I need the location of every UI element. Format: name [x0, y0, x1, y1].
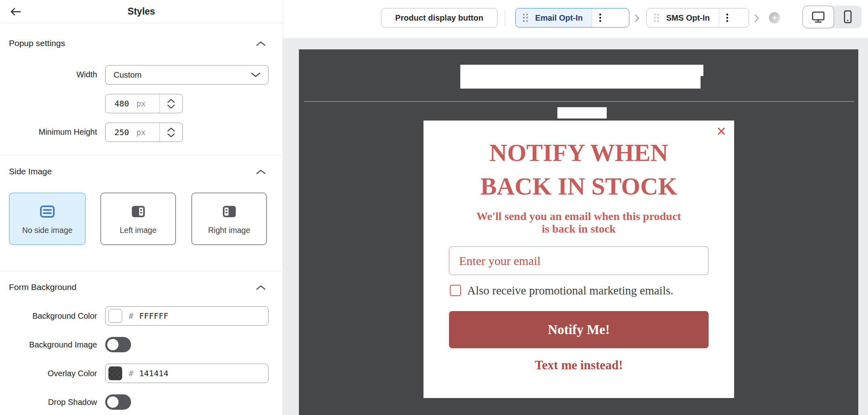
section-title-form-background: Form Background — [9, 282, 76, 292]
popup-heading: NOTIFY WHEN BACK IN STOCK — [423, 136, 734, 203]
block-toolbar: Product display button Email Opt-In — [283, 0, 868, 38]
mobile-preview-button[interactable] — [834, 6, 862, 28]
background-image-toggle[interactable] — [105, 337, 131, 352]
sms-opt-in-menu-button[interactable] — [719, 8, 736, 27]
device-preview-toggle — [802, 6, 862, 28]
notify-me-button[interactable]: Notify Me! — [449, 311, 709, 348]
hex-hash: # — [129, 311, 133, 321]
popup-heading-line1: NOTIFY WHEN — [423, 136, 734, 169]
divider-line — [304, 101, 854, 102]
app-root: Styles Popup settings Width Custom 480 p… — [0, 0, 868, 415]
chevron-down-icon — [250, 72, 261, 78]
content-placeholder-block — [460, 65, 703, 76]
back-button[interactable] — [8, 6, 23, 18]
min-height-px-value: 250 — [106, 123, 129, 142]
width-select-value: Custom — [114, 70, 250, 80]
email-opt-in-menu-button[interactable] — [592, 8, 609, 27]
background-color-input[interactable]: # FFFFFF — [105, 306, 269, 326]
notify-popup: × NOTIFY WHEN BACK IN STOCK We'll send y… — [423, 121, 734, 398]
toolbar-divider — [505, 10, 505, 26]
email-opt-in-block: Email Opt-In — [515, 8, 629, 28]
drag-handle-icon[interactable] — [653, 13, 660, 23]
desktop-icon — [811, 10, 826, 24]
email-input[interactable] — [449, 246, 709, 275]
section-title-popup-settings: Popup settings — [9, 38, 65, 48]
marketing-consent-row: Also receive promotional marketing email… — [450, 284, 673, 297]
add-block-button[interactable]: + — [766, 8, 792, 28]
background-color-hex: FFFFFF — [139, 311, 168, 321]
desktop-preview-button[interactable] — [802, 6, 834, 28]
chevron-down-icon — [167, 104, 175, 109]
left-image-icon — [129, 203, 148, 220]
text-me-instead-link[interactable]: Text me instead! — [423, 358, 734, 372]
drag-handle-icon[interactable] — [522, 13, 529, 23]
color-swatch-dark[interactable] — [108, 366, 122, 380]
width-px-unit: px — [129, 94, 146, 113]
sms-opt-in-tab[interactable]: SMS Opt-In — [647, 8, 719, 27]
drop-shadow-label: Drop Shadow — [0, 398, 97, 407]
right-image-icon — [220, 203, 239, 220]
chevron-up-icon — [256, 41, 266, 47]
popup-subheading-line1: We'll send you an email when this produc… — [423, 210, 734, 222]
marketing-consent-label: Also receive promotional marketing email… — [467, 284, 673, 297]
width-select[interactable]: Custom — [105, 65, 269, 85]
chevron-up-icon — [256, 285, 266, 290]
overlay-color-input[interactable]: # 141414 — [105, 364, 269, 383]
min-height-stepper[interactable] — [159, 123, 182, 142]
product-display-button[interactable]: Product display button — [381, 8, 498, 28]
popup-subheading: We'll send you an email when this produc… — [423, 210, 734, 235]
width-px-input[interactable]: 480 px — [105, 94, 183, 113]
chevron-right-icon — [754, 13, 760, 23]
side-image-option-label: Right image — [208, 226, 250, 235]
min-height-px-input[interactable]: 250 px — [105, 123, 183, 142]
chevron-up-icon — [256, 169, 266, 175]
section-title-side-image: Side Image — [9, 167, 52, 176]
width-px-value: 480 — [106, 94, 129, 113]
background-image-label: Background Image — [0, 340, 97, 349]
side-image-option-label: Left image — [120, 226, 157, 235]
collapse-popup-settings-button[interactable] — [255, 39, 267, 48]
kebab-menu-icon — [726, 13, 728, 23]
collapse-form-background-button[interactable] — [255, 283, 267, 292]
arrow-left-icon — [9, 6, 22, 17]
width-stepper[interactable] — [159, 94, 182, 113]
marketing-consent-checkbox[interactable] — [450, 285, 461, 296]
min-height-label: Minimum Height — [0, 127, 97, 137]
content-placeholder-block — [557, 107, 607, 119]
side-image-option-left[interactable]: Left image — [100, 193, 176, 245]
kebab-menu-icon — [599, 13, 601, 23]
mobile-icon — [840, 9, 855, 25]
side-image-option-none[interactable]: No side image — [9, 193, 86, 245]
collapse-side-image-button[interactable] — [255, 167, 267, 176]
popup-overlay: × NOTIFY WHEN BACK IN STOCK We'll send y… — [299, 49, 858, 415]
side-image-option-right[interactable]: Right image — [191, 193, 267, 245]
chevron-down-icon — [167, 133, 175, 138]
email-opt-in-tab[interactable]: Email Opt-In — [516, 8, 592, 27]
chevron-right-icon — [634, 13, 640, 23]
content-placeholder-block — [460, 76, 701, 89]
page-title: Styles — [0, 0, 283, 23]
styles-sidebar: Styles Popup settings Width Custom 480 p… — [0, 0, 283, 415]
color-swatch-white[interactable] — [108, 309, 122, 323]
sms-opt-in-block: SMS Opt-In — [646, 8, 749, 28]
min-height-px-unit: px — [129, 123, 146, 142]
popup-subheading-line2: is back in stock — [423, 222, 734, 235]
section-divider — [0, 155, 283, 155]
preview-canvas: × NOTIFY WHEN BACK IN STOCK We'll send y… — [283, 38, 868, 415]
sms-opt-in-label: SMS Opt-In — [666, 13, 710, 23]
drop-shadow-toggle[interactable] — [105, 394, 131, 410]
no-side-image-icon — [38, 203, 57, 220]
overlay-color-label: Overlay Color — [0, 369, 97, 378]
popup-heading-line2: BACK IN STOCK — [423, 169, 734, 203]
chevron-up-icon — [167, 99, 175, 103]
plus-icon: + — [769, 12, 780, 23]
side-image-option-label: No side image — [22, 226, 73, 235]
hex-hash: # — [129, 368, 133, 378]
section-divider — [0, 271, 283, 271]
overlay-color-hex: 141414 — [139, 368, 168, 378]
width-label: Width — [0, 70, 97, 79]
email-opt-in-label: Email Opt-In — [535, 13, 583, 23]
background-color-label: Background Color — [0, 311, 97, 321]
chevron-up-icon — [167, 127, 175, 132]
sidebar-header: Styles — [0, 0, 283, 23]
